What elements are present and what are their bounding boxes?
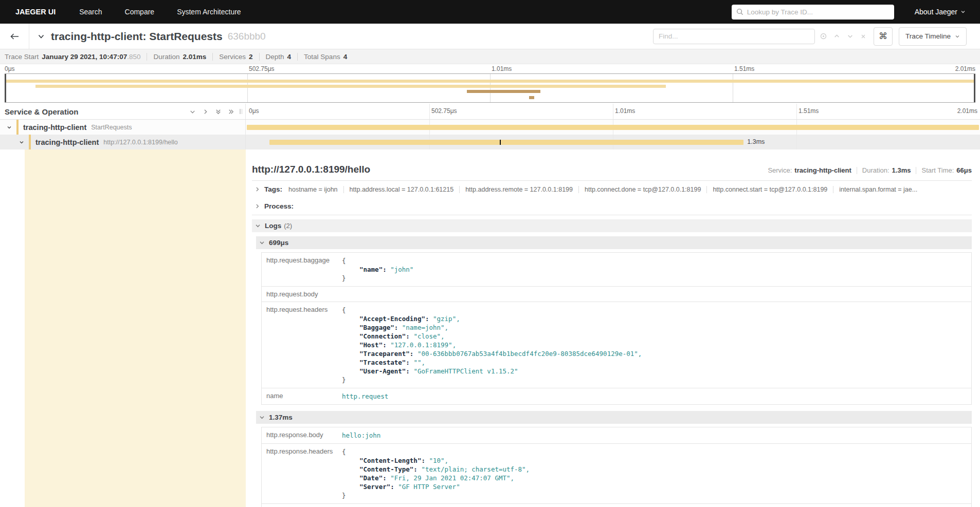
tags-summary: hostname = ijohn http.address.local = 12…	[288, 186, 917, 193]
service-label: Service:	[768, 166, 792, 174]
chevron-down-icon[interactable]	[19, 139, 25, 145]
span-color-bar	[29, 135, 31, 149]
trace-title: tracing-http-client: StartRequests	[51, 30, 223, 43]
minimap-scrubber-left[interactable]	[5, 74, 6, 102]
tag: hostname = ijohn	[288, 186, 338, 193]
minimap-gridline	[247, 74, 248, 102]
minimap-tick: 502.75μs	[247, 65, 275, 72]
log-field-row: http.request.baggage { "name": "john" }	[262, 253, 971, 287]
log-timestamp: 699μs	[269, 239, 288, 247]
minimap-gridline	[733, 74, 733, 102]
log-entry-header[interactable]: 1.37ms	[256, 411, 972, 424]
field-value: http.response	[339, 504, 971, 507]
arrow-left-icon	[10, 33, 19, 40]
tag: internal.span.format = jae...	[839, 186, 917, 193]
command-icon: ⌘	[879, 31, 887, 42]
nav-brand[interactable]: JAEGER UI	[15, 8, 56, 16]
field-value: http.request	[339, 388, 971, 404]
expand-one-icon[interactable]	[202, 108, 209, 115]
about-jaeger-menu[interactable]: About Jaeger	[915, 8, 966, 16]
minimap-gridline	[490, 74, 491, 102]
span-rows: tracing-http-client StartRequests tracin…	[0, 120, 980, 149]
find-clear-button[interactable]	[860, 33, 866, 40]
log-entry-header[interactable]: 699μs	[256, 236, 972, 249]
minimap-canvas[interactable]	[5, 73, 975, 103]
jaeger-trace-page: JAEGER UI Search Compare System Architec…	[0, 0, 980, 507]
collapse-one-icon[interactable]	[189, 108, 196, 115]
span-name: http://127.0.0.1:8199/hello	[252, 164, 768, 175]
field-value: { "Content-Length": "10", "Content-Type"…	[339, 444, 971, 503]
nav-item-compare[interactable]: Compare	[125, 8, 155, 16]
service-operation-header: Service & Operation	[0, 104, 246, 119]
span-row-startrequests[interactable]: tracing-http-client StartRequests	[0, 120, 980, 135]
timeline-tick: 0μs	[249, 107, 259, 115]
column-resize-handle[interactable]	[240, 109, 242, 114]
span-detail-header: http://127.0.0.1:8199/hello Service: tra…	[252, 149, 972, 181]
collapse-all-icon[interactable]	[215, 108, 222, 115]
field-value: hello:john	[339, 427, 971, 443]
span-duration-label: 1.3ms	[747, 138, 765, 145]
logs-count: (2)	[284, 222, 292, 230]
tag: http.connect.start = tcp@127.0.0.1:8199	[713, 186, 827, 193]
tag: http.address.remote = 127.0.0.1:8199	[465, 186, 573, 193]
trace-id-short: 636bbb0	[228, 31, 266, 42]
trace-collapse-toggle[interactable]	[37, 32, 46, 41]
trace-start-value: January 29 2021, 10:47:07.850	[42, 53, 140, 61]
log-timestamp: 1.37ms	[269, 414, 293, 421]
field-value: { "name": "john" }	[339, 253, 971, 286]
chevron-down-icon	[37, 32, 46, 41]
log-marker[interactable]	[500, 140, 501, 145]
log-field-row: name http.response	[262, 504, 971, 507]
trace-id-lookup-input[interactable]	[747, 8, 890, 16]
find-prev-button[interactable]	[833, 33, 840, 40]
match-highlight-icon[interactable]	[820, 33, 827, 40]
minimap-tick: 1.51ms	[733, 65, 754, 72]
process-label: Process:	[264, 202, 294, 210]
trace-start-label: Trace Start	[5, 53, 39, 61]
minimap-span-bar	[529, 96, 534, 99]
duration-label: Duration:	[862, 166, 890, 174]
trace-minimap[interactable]: 0μs 502.75μs 1.01ms 1.51ms 2.01ms	[0, 64, 980, 104]
chevron-right-icon	[255, 203, 260, 209]
trace-id-lookup[interactable]	[732, 5, 894, 20]
keyboard-shortcuts-button[interactable]: ⌘	[874, 27, 893, 46]
timeline-tick: 2.01ms	[957, 107, 977, 115]
operation-name: http://127.0.0.1:8199/hello	[103, 139, 178, 146]
trace-summary-bar: Trace Start January 29 2021, 10:47:07.85…	[0, 49, 980, 64]
trace-view-select[interactable]: Trace Timeline	[899, 27, 967, 46]
minimap-span-bar	[35, 85, 665, 88]
chevron-down-icon	[955, 34, 960, 39]
chevron-down-icon[interactable]	[6, 124, 12, 130]
timeline-ruler: 0μs 502.75μs 1.01ms 1.51ms 2.01ms	[246, 104, 980, 119]
chevron-right-icon	[255, 186, 260, 192]
service-name: tracing-http-client	[35, 138, 99, 146]
span-row-http-hello[interactable]: tracing-http-client http://127.0.0.1:819…	[0, 135, 980, 149]
find-input[interactable]	[653, 29, 815, 44]
log-field-row: http.request.body	[262, 287, 971, 302]
duration-value: 2.01ms	[183, 53, 206, 61]
timeline-tick: 502.75μs	[429, 107, 457, 115]
expand-all-icon[interactable]	[228, 108, 234, 115]
log-fields-table: http.request.baggage { "name": "john" } …	[261, 252, 972, 405]
service-name: tracing-http-client	[23, 123, 86, 132]
find-next-button[interactable]	[847, 33, 854, 40]
tag: http.address.local = 127.0.0.1:61215	[350, 186, 454, 193]
back-button[interactable]	[0, 24, 29, 49]
duration-value: 1.3ms	[892, 166, 911, 174]
nav-item-system-architecture[interactable]: System Architecture	[177, 8, 241, 16]
service-value: tracing-http-client	[794, 166, 851, 174]
tag: http.connect.done = tcp@127.0.0.1:8199	[585, 186, 701, 193]
span-duration-bar[interactable]	[269, 140, 743, 145]
minimap-scrubber-right[interactable]	[974, 74, 975, 102]
start-time-value: 66μs	[956, 166, 972, 174]
services-label: Services	[219, 53, 246, 61]
nav-item-search[interactable]: Search	[79, 8, 102, 16]
process-toggle-row[interactable]: Process:	[252, 198, 972, 215]
field-key: http.request.headers	[262, 302, 339, 388]
span-indent-column	[25, 149, 246, 507]
span-duration-bar[interactable]	[247, 125, 979, 130]
tags-toggle-row[interactable]: Tags: hostname = ijohn http.address.loca…	[252, 181, 972, 198]
logs-section-header[interactable]: Logs (2)	[252, 219, 972, 232]
field-key: http.response.body	[262, 427, 339, 443]
log-field-row: http.response.body hello:john	[262, 427, 971, 444]
